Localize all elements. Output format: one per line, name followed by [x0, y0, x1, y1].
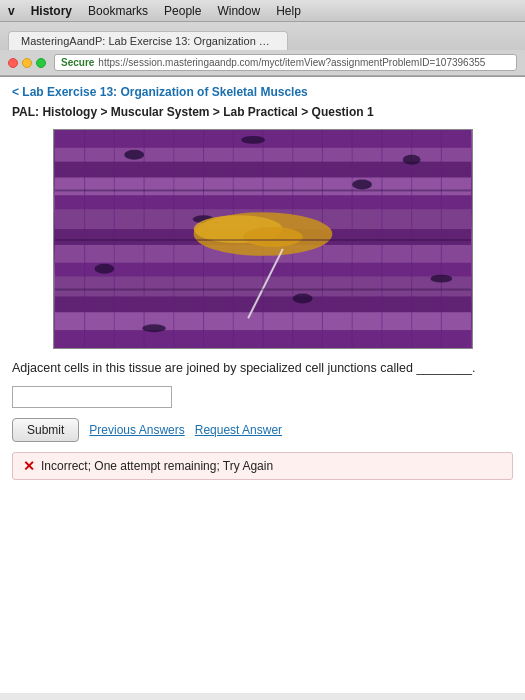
page-content: < Lab Exercise 13: Organization of Skele…	[0, 77, 525, 693]
close-button[interactable]	[8, 58, 18, 68]
svg-rect-40	[54, 189, 470, 191]
svg-point-28	[241, 136, 265, 144]
submit-button[interactable]: Submit	[12, 418, 79, 442]
microscope-image	[53, 129, 473, 349]
help-menu[interactable]: Help	[276, 4, 301, 18]
action-row: Submit Previous Answers Request Answer	[12, 418, 513, 442]
svg-point-35	[142, 324, 166, 332]
apple-menu[interactable]: v	[8, 4, 15, 18]
feedback-text: Incorrect; One attempt remaining; Try Ag…	[41, 459, 273, 473]
previous-answers-link[interactable]: Previous Answers	[89, 423, 184, 437]
request-answer-link[interactable]: Request Answer	[195, 423, 282, 437]
question-text: Adjacent cells in this tissue are joined…	[12, 359, 513, 378]
tab-bar: MasteringAandP: Lab Exercise 13: Organiz…	[0, 22, 525, 50]
browser-chrome: MasteringAandP: Lab Exercise 13: Organiz…	[0, 22, 525, 77]
minimize-button[interactable]	[22, 58, 32, 68]
svg-rect-41	[54, 239, 470, 241]
muscle-tissue-svg	[54, 130, 472, 348]
maximize-button[interactable]	[36, 58, 46, 68]
svg-point-29	[352, 180, 372, 190]
incorrect-icon: ✕	[23, 458, 35, 474]
answer-input[interactable]	[12, 386, 172, 408]
window-menu[interactable]: Window	[217, 4, 260, 18]
svg-point-27	[124, 150, 144, 160]
url-text: https://session.masteringaandp.com/myct/…	[98, 57, 485, 68]
bookmarks-menu[interactable]: Bookmarks	[88, 4, 148, 18]
browser-toolbar: Secure https://session.masteringaandp.co…	[0, 50, 525, 76]
svg-point-34	[292, 294, 312, 304]
svg-point-31	[402, 155, 420, 165]
svg-rect-42	[54, 289, 470, 291]
svg-point-33	[430, 275, 452, 283]
browser-tab[interactable]: MasteringAandP: Lab Exercise 13: Organiz…	[8, 31, 288, 50]
address-bar[interactable]: Secure https://session.masteringaandp.co…	[54, 54, 517, 71]
traffic-lights	[8, 58, 46, 68]
svg-point-32	[94, 264, 114, 274]
back-link[interactable]: < Lab Exercise 13: Organization of Skele…	[12, 85, 513, 99]
feedback-row: ✕ Incorrect; One attempt remaining; Try …	[12, 452, 513, 480]
svg-point-38	[243, 227, 302, 247]
history-menu[interactable]: History	[31, 4, 72, 18]
breadcrumb: PAL: Histology > Muscular System > Lab P…	[12, 105, 513, 119]
secure-label: Secure	[61, 57, 94, 68]
people-menu[interactable]: People	[164, 4, 201, 18]
os-menubar: v History Bookmarks People Window Help	[0, 0, 525, 22]
